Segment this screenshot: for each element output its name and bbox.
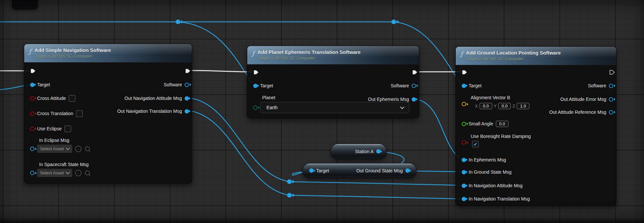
use-boresight-rate-damping-pin[interactable] (462, 140, 466, 145)
reroute-node[interactable] (287, 179, 292, 184)
node-title: Add Simple Navigation Software (34, 47, 111, 54)
pin-label: Use Eclipse (37, 126, 62, 131)
pin-label: In Ephemeris Msg (469, 157, 506, 162)
pin-row-target: Target (30, 80, 50, 89)
planet-group: Planet Earth (253, 95, 409, 113)
pin-label: Out Attitude Reference Msg (549, 110, 606, 115)
pin-row-software: Software (391, 81, 416, 90)
asset-select-label: Select Asset (40, 146, 64, 151)
node-subtitle: Target is BP NS SC Computer (466, 56, 561, 62)
node-subtitle: Target is BP NS SC Computer (258, 56, 361, 61)
in-navigation-translation-msg-pin[interactable] (462, 197, 466, 201)
node-header[interactable]: ƒ Add Planet Ephemeris Translation Softw… (247, 46, 419, 65)
pin-label: In Eclipse Msg (39, 138, 90, 143)
pin-label: Target (469, 83, 482, 88)
chevron-down-icon (400, 105, 404, 109)
in-ephemeris-msg-pin[interactable] (462, 158, 466, 162)
use-selected-asset-icon[interactable]: ← (75, 170, 82, 176)
reroute-node[interactable] (176, 20, 180, 24)
node-add-simple-navigation-software[interactable]: ƒ Add Simple Navigation Software Target … (24, 44, 192, 184)
pin-row-out-nav-attitude: Out Navigation Attitude Msg (124, 94, 189, 103)
out-ephemeris-msg-pin[interactable] (412, 97, 416, 102)
pin-row-in-nav-translation: In Navigation Translation Msg (462, 195, 530, 203)
pin-label: Out Attitude Error Msg (560, 97, 607, 102)
node-add-planet-ephemeris-translation-software[interactable]: ƒ Add Planet Ephemeris Translation Softw… (247, 46, 419, 118)
pin-label: Target (260, 83, 273, 88)
pin-row-in-ephemeris: In Ephemeris Msg (462, 156, 506, 164)
planet-dropdown[interactable]: Earth (260, 102, 409, 113)
exec-out-pin[interactable] (185, 68, 191, 74)
in-navigation-attitude-msg-pin[interactable] (462, 184, 466, 188)
out-navigation-attitude-pin[interactable] (185, 96, 189, 101)
in-ground-state-msg-pin[interactable] (462, 170, 466, 174)
node-ground-state[interactable]: Target Out Ground State Msg (302, 163, 417, 178)
software-pin[interactable] (185, 83, 189, 87)
reroute-node[interactable] (391, 20, 396, 24)
pin-row-in-nav-attitude: In Navigation Attitude Msg (462, 181, 523, 190)
pin-row-cross-translation: Cross Translation (30, 109, 83, 118)
pin-label: Use Boresight Rate Damping (471, 134, 531, 139)
in-eclipse-msg-pin[interactable] (30, 147, 34, 151)
vector-z-input[interactable]: 1.0 (517, 103, 529, 109)
use-boresight-group: Use Boresight Rate Damping ✔ (462, 134, 531, 148)
pin-row-cross-attitude: Cross Attitude (30, 94, 76, 103)
pin-row-out-nav-translation: Out Navigation Translation Msg (117, 107, 189, 115)
target-pin[interactable] (462, 84, 466, 88)
asset-select-dropdown[interactable]: Select Asset (37, 169, 72, 177)
cross-translation-checkbox[interactable] (76, 110, 83, 117)
planet-dropdown-value: Earth (266, 105, 277, 110)
exec-out-pin[interactable] (609, 69, 615, 75)
pin-label: In Spacecraft State Msg (39, 162, 90, 167)
out-attitude-error-msg-pin[interactable] (609, 97, 613, 102)
cross-translation-pin[interactable] (30, 112, 34, 116)
ground-state-target-pin[interactable] (309, 168, 314, 173)
offscreen-node-fragment (12, 0, 38, 9)
alignment-vector-b-pin[interactable] (462, 102, 466, 106)
vector-x-input[interactable]: 0.0 (480, 103, 492, 109)
pin-row-software: Software (588, 81, 613, 90)
planet-pin[interactable] (253, 106, 258, 110)
use-eclipse-pin[interactable] (30, 127, 34, 131)
small-angle-input[interactable]: 0.0 (496, 121, 508, 127)
node-add-ground-location-pointing-software[interactable]: ƒ Add Ground Location Pointing Software … (455, 46, 616, 206)
small-angle-pin[interactable] (462, 122, 466, 126)
software-pin[interactable] (412, 84, 416, 88)
axis-x-label: X (475, 104, 478, 109)
software-pin[interactable] (609, 84, 613, 88)
in-spacecraft-state-msg-group: In Spacecraft State Msg Select Asset ← (30, 162, 90, 177)
asset-select-dropdown[interactable]: Select Asset (37, 145, 72, 153)
node-header[interactable]: ƒ Add Simple Navigation Software Target … (24, 44, 192, 63)
exec-in-pin[interactable] (253, 69, 259, 75)
vector-y-input[interactable]: 0.0 (498, 103, 511, 109)
exec-in-row (253, 68, 259, 76)
use-selected-asset-icon[interactable]: ← (75, 146, 82, 152)
browse-asset-icon[interactable] (85, 146, 90, 151)
in-spacecraft-state-msg-pin[interactable] (30, 171, 34, 175)
target-pin[interactable] (30, 83, 34, 87)
axis-z-label: Z (512, 104, 515, 109)
exec-in-pin[interactable] (462, 69, 467, 75)
browse-asset-icon[interactable] (85, 170, 90, 175)
blueprint-graph-canvas[interactable]: ƒ Add Simple Navigation Software Target … (0, 0, 644, 223)
pin-row-out-attitude-reference: Out Attitude Reference Msg (549, 108, 613, 116)
exec-in-pin[interactable] (30, 68, 36, 74)
exec-in-row (462, 68, 467, 76)
use-eclipse-checkbox[interactable] (64, 125, 71, 132)
cross-attitude-checkbox[interactable] (69, 95, 76, 102)
pin-label: Alignment Vector B (471, 95, 529, 100)
reroute-node[interactable] (287, 193, 292, 198)
node-station-a[interactable]: Station A (330, 144, 387, 159)
station-a-output-pin[interactable] (376, 149, 381, 154)
function-icon: ƒ (252, 50, 254, 57)
out-ground-state-msg-pin[interactable] (405, 168, 410, 173)
exec-in-row (30, 67, 36, 75)
out-attitude-reference-msg-pin[interactable] (609, 110, 613, 114)
node-header[interactable]: ƒ Add Ground Location Pointing Software … (456, 47, 616, 65)
axis-y-label: Y (494, 104, 497, 109)
out-navigation-translation-pin[interactable] (185, 109, 189, 113)
exec-out-row (609, 68, 615, 76)
target-pin[interactable] (253, 84, 258, 88)
cross-attitude-pin[interactable] (30, 96, 34, 101)
use-boresight-checkbox[interactable]: ✔ (472, 141, 479, 148)
exec-out-pin[interactable] (412, 69, 418, 75)
